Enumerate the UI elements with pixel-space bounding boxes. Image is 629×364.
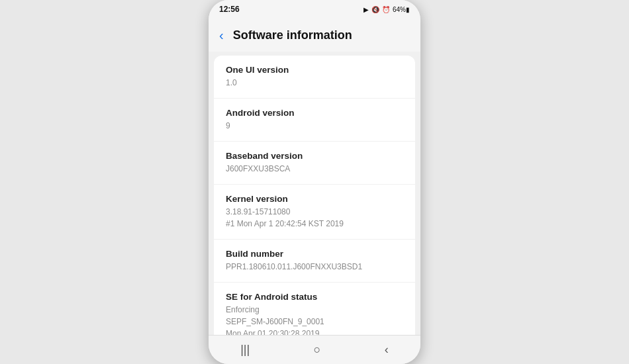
- content-area: One UI version1.0Android version9Baseban…: [209, 52, 420, 335]
- back-button[interactable]: ‹: [217, 25, 226, 46]
- info-row: SE for Android statusEnforcing SEPF_SM-J…: [214, 283, 415, 335]
- info-row: Build numberPPR1.180610.011.J600FNXXU3BS…: [214, 240, 415, 283]
- info-label: Build number: [226, 249, 403, 259]
- info-value: 9: [226, 120, 403, 132]
- info-value: PPR1.180610.011.J600FNXXU3BSD1: [226, 261, 403, 273]
- info-label: Android version: [226, 108, 403, 118]
- info-label: One UI version: [226, 65, 403, 75]
- info-label: Kernel version: [226, 194, 403, 204]
- info-value: 1.0: [226, 77, 403, 89]
- home-button[interactable]: ○: [302, 339, 333, 361]
- info-row: Kernel version3.18.91-15711080 #1 Mon Ap…: [214, 185, 415, 240]
- info-row: Android version9: [214, 99, 415, 142]
- info-value: J600FXXU3BSCA: [226, 163, 403, 175]
- info-label: SE for Android status: [226, 292, 403, 302]
- info-row: Baseband versionJ600FXXU3BSCA: [214, 142, 415, 185]
- info-label: Baseband version: [226, 151, 403, 161]
- battery-icon: 64%▮: [393, 6, 410, 13]
- info-row: One UI version1.0: [214, 56, 415, 99]
- status-time: 12:56: [219, 5, 240, 14]
- status-bar: 12:56 ▶ 🔇 ⏰ 64%▮: [209, 0, 420, 19]
- toolbar: ‹ Software information: [209, 19, 420, 52]
- wifi-off-icon: 🔇: [371, 6, 379, 13]
- status-icons: ▶ 🔇 ⏰ 64%▮: [363, 6, 410, 13]
- recents-button[interactable]: |||: [228, 339, 262, 361]
- phone-frame: 12:56 ▶ 🔇 ⏰ 64%▮ ‹ Software information …: [209, 0, 420, 364]
- nav-bar: ||| ○ ‹: [209, 335, 420, 364]
- info-card: One UI version1.0Android version9Baseban…: [214, 56, 415, 335]
- page-title: Software information: [233, 28, 352, 42]
- back-nav-button[interactable]: ‹: [373, 339, 401, 361]
- info-value: Enforcing SEPF_SM-J600FN_9_0001 Mon Apr …: [226, 304, 403, 335]
- play-icon: ▶: [363, 6, 369, 13]
- alarm-icon: ⏰: [382, 6, 390, 13]
- info-value: 3.18.91-15711080 #1 Mon Apr 1 20:42:54 K…: [226, 206, 403, 230]
